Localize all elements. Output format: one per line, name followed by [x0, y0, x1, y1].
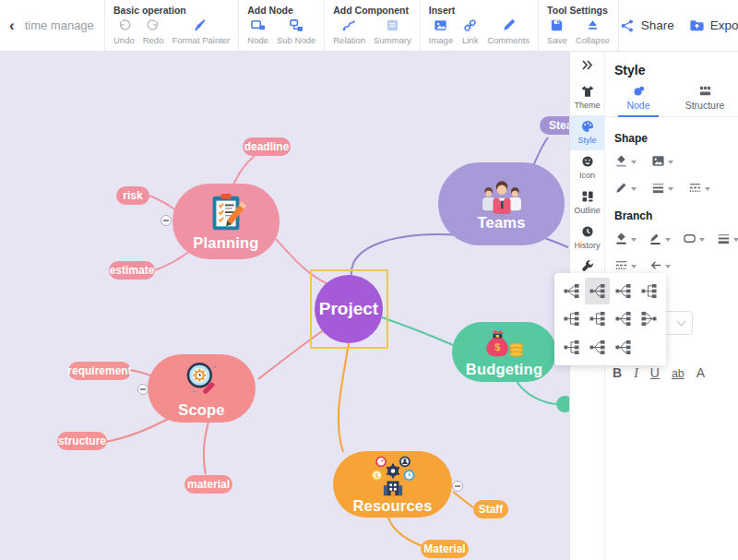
redo-icon: [145, 17, 162, 34]
mindmap-edges: [0, 52, 569, 560]
panel-tab-node[interactable]: Node: [605, 85, 672, 116]
link-icon: [461, 17, 479, 34]
bold-button[interactable]: B: [613, 365, 622, 380]
structure-option-3[interactable]: [611, 278, 636, 304]
pill-requirement[interactable]: requirement: [68, 362, 131, 380]
node-scope[interactable]: Scope: [148, 354, 256, 423]
structure-option-7[interactable]: [611, 305, 636, 332]
sidebar-collapse-button[interactable]: [580, 58, 594, 76]
structure-option-6[interactable]: [585, 305, 610, 332]
mindmap-canvas[interactable]: Project Planning: [0, 52, 569, 560]
shape-tools-row-1: [614, 154, 738, 168]
pill-material[interactable]: material: [184, 475, 232, 494]
structure-option-11[interactable]: [611, 334, 636, 361]
structure-option-4[interactable]: [637, 278, 661, 304]
image-icon: [432, 17, 449, 34]
line-style-icon: [688, 181, 702, 195]
magnifier-gear-icon: [181, 359, 223, 401]
dropdown-caret: [699, 238, 705, 242]
strikethrough-button[interactable]: ab: [672, 367, 684, 380]
branch-pen-tool[interactable]: [649, 232, 671, 245]
fill-color-tool[interactable]: [614, 154, 637, 168]
comments-button[interactable]: Comments: [487, 17, 530, 45]
undo-icon: [115, 17, 133, 34]
sidebar-tab-icon[interactable]: Icon: [570, 150, 604, 185]
back-icon[interactable]: ‹: [9, 17, 15, 35]
fill-color-icon: [614, 154, 628, 168]
structure-option-5[interactable]: [559, 305, 584, 332]
sidebar-tab-history[interactable]: History: [570, 220, 604, 256]
share-button[interactable]: Share: [619, 17, 674, 34]
node-resources[interactable]: $ Resources: [333, 451, 452, 518]
resources-gear-icon: $: [367, 455, 419, 497]
border-pen-tool[interactable]: [614, 181, 637, 195]
summary-button[interactable]: Summary: [374, 17, 411, 45]
collapse-button[interactable]: Collapse: [576, 17, 610, 45]
node-image-tool[interactable]: [651, 154, 673, 168]
branch-pen-icon: [649, 232, 662, 245]
dropdown-caret: [705, 187, 710, 191]
branch-line-style-tool[interactable]: [614, 258, 637, 272]
node-budgeting[interactable]: $ Budgeting: [452, 322, 556, 382]
pill-structure[interactable]: structure: [57, 432, 107, 450]
redo-button[interactable]: Redo: [143, 17, 164, 45]
group-add-component: Add Component Relation Summary: [325, 0, 421, 51]
dropdown-caret: [631, 238, 637, 242]
wrench-icon: [581, 260, 594, 273]
structure-option-1[interactable]: [559, 278, 584, 304]
chevron-down-icon: [677, 317, 686, 327]
branch-shape-tool[interactable]: [683, 232, 705, 245]
pill-material-orange[interactable]: Material: [421, 540, 469, 558]
image-button[interactable]: Image: [429, 17, 453, 45]
sidebar-tab-theme[interactable]: Theme: [570, 80, 604, 115]
relation-button[interactable]: Relation: [333, 17, 365, 45]
branch-tools-row-2: [614, 258, 738, 272]
link-button[interactable]: Link: [461, 17, 479, 45]
node-button[interactable]: Node: [247, 17, 268, 45]
border-style-tool[interactable]: [688, 181, 710, 195]
italic-button[interactable]: I: [634, 366, 638, 381]
save-button[interactable]: Save: [547, 17, 567, 45]
pill-estimate[interactable]: estimate: [109, 261, 155, 280]
branch-arrow-tool[interactable]: [649, 258, 671, 272]
collapse-toggle-resources[interactable]: [452, 481, 463, 492]
undo-button[interactable]: Undo: [113, 17, 135, 45]
pill-staff[interactable]: Staff: [473, 500, 508, 518]
node-icon: [249, 17, 267, 34]
pill-risk[interactable]: risk: [116, 186, 149, 205]
panel-tab-structure[interactable]: Structure: [672, 85, 738, 116]
clipped-child-node[interactable]: [556, 396, 569, 412]
collapse-toggle-planning[interactable]: [161, 215, 172, 226]
pill-steak[interactable]: Steak: [540, 116, 569, 135]
sub-node-button[interactable]: Sub Node: [277, 17, 315, 45]
node-planning[interactable]: Planning: [173, 184, 280, 259]
structure-option-9[interactable]: [559, 334, 584, 361]
line-width-icon: [651, 181, 665, 195]
structure-option-10[interactable]: [585, 334, 610, 361]
collapse-toggle-scope[interactable]: [137, 384, 149, 395]
export-icon: [688, 17, 706, 34]
structure-option-2[interactable]: [585, 278, 610, 304]
sidebar-tab-style[interactable]: Style: [570, 115, 604, 150]
structure-option-8[interactable]: [637, 305, 661, 332]
branch-fill-tool[interactable]: [614, 232, 637, 245]
node-teams[interactable]: Teams: [438, 162, 565, 245]
border-width-tool[interactable]: [651, 181, 673, 195]
underline-button[interactable]: U: [650, 365, 660, 380]
font-color-button[interactable]: A: [696, 365, 705, 380]
save-icon: [548, 17, 565, 34]
sidebar-tab-outline[interactable]: Outline: [570, 185, 604, 220]
dropdown-caret: [665, 265, 671, 268]
format-painter-button[interactable]: Format Painter: [172, 17, 230, 45]
dropdown-caret: [631, 187, 637, 191]
dropdown-caret: [665, 238, 671, 242]
pill-deadline[interactable]: deadline: [243, 137, 291, 156]
relation-icon: [340, 17, 358, 34]
node-project[interactable]: Project: [315, 275, 383, 343]
branch-width-tool[interactable]: [717, 232, 738, 245]
panel-title: Style: [605, 52, 738, 77]
group-add-node: Add Node Node Sub Node: [239, 0, 325, 51]
group-basic-operation: Basic operation Undo Redo: [105, 0, 239, 51]
export-button[interactable]: Export: [688, 17, 738, 34]
summary-icon: [384, 17, 401, 34]
